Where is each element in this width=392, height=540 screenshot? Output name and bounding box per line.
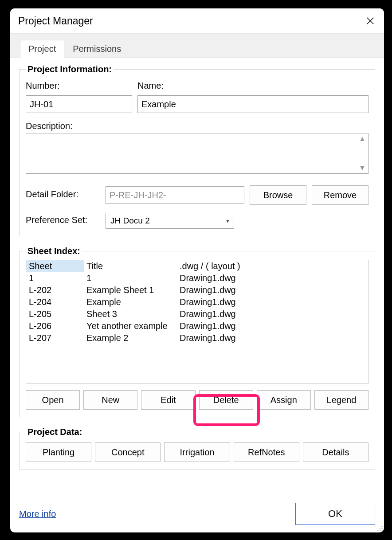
- tab-content: Project Information: Number: Name:: [10, 58, 384, 470]
- resize-grip-icon[interactable]: [377, 525, 383, 532]
- preference-set-label: Preference Set:: [26, 215, 100, 225]
- svg-point-5: [382, 530, 383, 531]
- cell-title: 1: [84, 272, 177, 284]
- browse-button[interactable]: Browse: [250, 185, 306, 205]
- remove-button[interactable]: Remove: [312, 185, 368, 205]
- new-button[interactable]: New: [83, 390, 137, 410]
- ok-button[interactable]: OK: [295, 503, 375, 525]
- cell-dwg: Drawing1.dwg: [177, 272, 257, 284]
- cell-dwg: Drawing1.dwg: [177, 332, 257, 344]
- preference-set-select[interactable]: JH Docu 2 ▾: [106, 213, 234, 229]
- project-information-legend: Project Information:: [26, 64, 114, 74]
- edit-button[interactable]: Edit: [141, 390, 195, 410]
- description-spin-up[interactable]: ▲: [357, 135, 367, 142]
- window-title: Project Manager: [18, 15, 364, 27]
- name-label: Name:: [137, 81, 368, 91]
- cell-title: Yet another example: [84, 320, 177, 332]
- cell-sheet: L-207: [26, 332, 84, 344]
- table-row[interactable]: L-202Example Sheet 1Drawing1.dwg: [26, 284, 368, 296]
- col-title[interactable]: Title: [84, 260, 177, 272]
- cell-dwg: Drawing1.dwg: [177, 320, 257, 332]
- description-textarea[interactable]: ▲ ▼: [26, 133, 368, 174]
- tab-project[interactable]: Project: [20, 40, 64, 58]
- refnotes-button[interactable]: RefNotes: [234, 442, 299, 462]
- legend-button[interactable]: Legend: [314, 390, 368, 410]
- cell-sheet: L-206: [26, 320, 84, 332]
- col-spacer: [257, 260, 368, 272]
- svg-point-1: [380, 528, 380, 529]
- table-row[interactable]: L-205Sheet 3Drawing1.dwg: [26, 308, 368, 320]
- svg-point-4: [380, 530, 380, 531]
- open-button[interactable]: Open: [26, 390, 80, 410]
- table-row[interactable]: 11Drawing1.dwg: [26, 272, 368, 284]
- cell-dwg: Drawing1.dwg: [177, 284, 257, 296]
- project-data-group: Project Data: Planting Concept Irrigatio…: [19, 427, 375, 470]
- planting-button[interactable]: Planting: [26, 442, 91, 462]
- titlebar: Project Manager: [10, 8, 384, 33]
- detail-folder-label: Detail Folder:: [26, 189, 100, 200]
- close-icon: [365, 16, 375, 26]
- table-row[interactable]: L-204ExampleDrawing1.dwg: [26, 296, 368, 308]
- table-row[interactable]: L-206Yet another exampleDrawing1.dwg: [26, 320, 368, 332]
- number-input[interactable]: [26, 95, 132, 113]
- assign-button[interactable]: Assign: [257, 390, 311, 410]
- delete-button[interactable]: Delete: [199, 390, 253, 410]
- col-sheet[interactable]: Sheet: [26, 260, 84, 272]
- project-information-group: Project Information: Number: Name:: [19, 64, 375, 236]
- description-spin-down[interactable]: ▼: [357, 164, 367, 172]
- sheet-index-group: Sheet Index: Sheet Title .dwg / ( layout…: [19, 246, 375, 417]
- tabstrip: Project Permissions: [10, 33, 384, 58]
- svg-point-0: [382, 526, 383, 527]
- cell-sheet: L-202: [26, 284, 84, 296]
- svg-point-3: [377, 530, 378, 531]
- cell-title: Example Sheet 1: [84, 284, 177, 296]
- project-manager-window: Project Manager Project Permissions Proj…: [10, 8, 384, 532]
- tab-permissions[interactable]: Permissions: [64, 40, 129, 58]
- description-label: Description:: [26, 121, 368, 131]
- cell-title: Example: [84, 296, 177, 308]
- col-dwg[interactable]: .dwg / ( layout ): [177, 260, 257, 272]
- table-header-row: Sheet Title .dwg / ( layout ): [26, 260, 368, 272]
- cell-dwg: Drawing1.dwg: [177, 296, 257, 308]
- irrigation-button[interactable]: Irrigation: [164, 442, 230, 462]
- sheet-index-table[interactable]: Sheet Title .dwg / ( layout ) 11Drawing1…: [26, 260, 368, 384]
- more-info-link[interactable]: More info: [19, 509, 56, 519]
- number-label: Number:: [26, 81, 132, 91]
- detail-folder-input[interactable]: [106, 186, 244, 204]
- details-button[interactable]: Details: [303, 442, 368, 462]
- concept-button[interactable]: Concept: [95, 442, 161, 462]
- svg-point-2: [382, 528, 383, 529]
- close-button[interactable]: [364, 14, 377, 27]
- table-row[interactable]: L-207Example 2Drawing1.dwg: [26, 332, 368, 344]
- preference-set-value: JH Docu 2: [110, 216, 150, 226]
- cell-sheet: L-204: [26, 296, 84, 308]
- footer: More info OK: [19, 501, 375, 527]
- chevron-down-icon: ▾: [226, 217, 229, 224]
- name-input[interactable]: [137, 95, 368, 113]
- sheet-buttons-row: Open New Edit Delete Assign Legend: [26, 390, 368, 410]
- cell-dwg: Drawing1.dwg: [177, 308, 257, 320]
- cell-sheet: L-205: [26, 308, 84, 320]
- cell-sheet: 1: [26, 272, 84, 284]
- project-data-legend: Project Data:: [26, 427, 84, 437]
- cell-title: Sheet 3: [84, 308, 177, 320]
- sheet-index-legend: Sheet Index:: [26, 246, 82, 256]
- cell-title: Example 2: [84, 332, 177, 344]
